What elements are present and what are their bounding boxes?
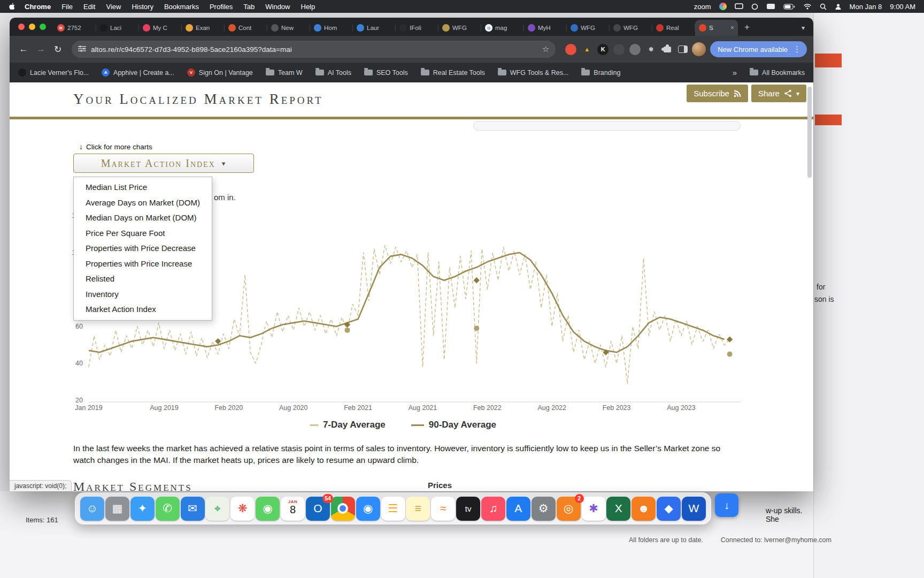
dock-zoom-icon[interactable]: ◉ <box>356 497 380 521</box>
side-panel-icon[interactable] <box>678 45 688 53</box>
dock-teams-blue-icon[interactable]: ◆ <box>657 497 681 521</box>
dropdown-option[interactable]: Relisted <box>74 271 212 287</box>
site-settings-icon[interactable] <box>78 44 86 54</box>
menu-file[interactable]: File <box>56 3 78 11</box>
ext-dark-icon[interactable] <box>613 44 625 55</box>
dock-launchpad-icon[interactable]: ▦ <box>105 497 129 521</box>
browser-tab[interactable]: Hom <box>310 20 353 36</box>
browser-tab[interactable]: Laur <box>353 20 396 36</box>
dropdown-option[interactable]: Properties with Price Decrease <box>74 241 212 256</box>
menu-history[interactable]: History <box>126 3 158 11</box>
close-window-button[interactable] <box>18 24 25 30</box>
browser-tab[interactable]: Cont <box>225 20 267 36</box>
dock-pinwheel-icon[interactable]: ✱ <box>582 497 606 521</box>
bookmark-item[interactable]: AI Tools <box>315 69 351 77</box>
dropdown-option[interactable]: Average Days on Market (DOM) <box>74 195 212 211</box>
menu-bookmarks[interactable]: Bookmarks <box>159 3 204 11</box>
drive-triangle-icon[interactable]: ▲ <box>581 44 592 55</box>
bookmark-item[interactable]: Real Estate Tools <box>421 69 485 77</box>
address-bar[interactable]: altos.re/r/c94c6572-d7d3-4952-b898-5ace2… <box>72 41 556 58</box>
menu-help[interactable]: Help <box>296 3 321 11</box>
browser-tab[interactable]: New <box>267 20 310 36</box>
ext-gray-icon[interactable] <box>629 44 641 55</box>
menu-view[interactable]: View <box>101 3 126 11</box>
bookmark-item[interactable]: Branding <box>581 69 620 77</box>
browser-menu-dots-icon[interactable]: ⋮ <box>793 44 802 54</box>
dock-safari-icon[interactable]: ✦ <box>130 497 155 521</box>
bookmarks-overflow-chevron[interactable]: » <box>733 68 737 77</box>
zoom-window-button[interactable] <box>40 24 46 30</box>
bookmark-item[interactable]: AApphive | Create a... <box>102 69 174 77</box>
dock-outlook-icon[interactable]: O54 <box>306 497 330 521</box>
dock-garageband-icon[interactable]: ≈ <box>431 497 455 521</box>
menu-bar-date[interactable]: Mon Jan 8 <box>850 3 882 11</box>
dropdown-option[interactable]: Market Action Index <box>74 302 212 317</box>
tab-search-icon[interactable]: ▾ <box>802 24 805 32</box>
ext-k-icon[interactable]: K <box>597 44 609 55</box>
menu-chrome[interactable]: Chrome <box>19 3 56 11</box>
dock-system-settings-icon[interactable]: ⚙ <box>532 497 556 521</box>
subscribe-button[interactable]: Subscribe <box>687 85 748 102</box>
browser-tab[interactable]: MyH <box>524 20 567 36</box>
dock-messages-icon[interactable]: ✆ <box>156 497 180 521</box>
dock-word-icon[interactable]: W <box>682 497 706 521</box>
spotlight-icon[interactable] <box>820 3 827 10</box>
browser-tab[interactable]: WFG <box>567 20 610 36</box>
wifi-status-icon[interactable] <box>803 3 812 10</box>
browser-tab[interactable]: Real <box>652 20 695 36</box>
bookmark-item[interactable]: SEO Tools <box>364 69 408 77</box>
dock-reminders-icon[interactable]: ☰ <box>381 497 405 521</box>
browser-tab[interactable]: S× <box>695 20 738 36</box>
browser-tab[interactable]: Exan <box>182 20 225 36</box>
dock-maps-icon[interactable]: ⌖ <box>205 497 229 521</box>
update-chrome-button[interactable]: New Chrome available ⋮ <box>710 41 807 57</box>
display-status-icon[interactable] <box>735 3 743 10</box>
reload-button[interactable]: ↻ <box>50 42 65 57</box>
battery-status-icon[interactable] <box>783 4 795 10</box>
share-button[interactable]: Share ▾ <box>751 85 806 102</box>
dock-music-icon[interactable]: ♫ <box>481 497 505 521</box>
dropdown-option[interactable]: Median Days on Market (DOM) <box>74 210 212 226</box>
menu-bar-time[interactable]: 9:00 AM <box>890 3 915 11</box>
back-button[interactable]: ← <box>16 42 31 57</box>
dock-excel-icon[interactable]: X <box>606 497 630 521</box>
all-bookmarks-button[interactable]: All Bookmarks <box>750 69 805 77</box>
browser-tab[interactable]: IFoli <box>396 20 438 36</box>
dock-mail-icon[interactable]: ✉ <box>181 497 205 521</box>
dock-chrome-icon[interactable] <box>331 497 355 521</box>
chart-select-button[interactable]: Market Action Index ▾ <box>73 154 254 173</box>
dock-apple-tv-icon[interactable]: tv <box>456 497 480 521</box>
browser-tab[interactable]: Laci <box>96 20 139 36</box>
bookmark-star-icon[interactable]: ☆ <box>542 44 549 54</box>
download-float-icon[interactable]: ↓ <box>715 493 738 517</box>
browser-tab[interactable]: R2752 <box>53 20 96 36</box>
bookmark-item[interactable]: Team W <box>266 69 303 77</box>
dock-photos-icon[interactable]: ❋ <box>230 497 255 521</box>
bookmark-item[interactable]: Lacie Verner's Flo... <box>18 69 89 77</box>
dock-notes-icon[interactable]: ≡ <box>406 497 430 521</box>
bookmark-item[interactable]: WFG Tools & Res... <box>498 69 569 77</box>
dropdown-option[interactable]: Inventory <box>74 287 212 302</box>
apple-menu-icon[interactable] <box>9 3 16 10</box>
new-tab-button[interactable]: + <box>740 20 754 34</box>
minimize-window-button[interactable] <box>29 24 35 30</box>
forward-button[interactable]: → <box>33 42 48 57</box>
tab-close-icon[interactable]: × <box>730 24 734 32</box>
menu-window[interactable]: Window <box>260 3 295 11</box>
bookmark-item[interactable]: VSign On | Vantage <box>187 69 253 77</box>
menu-edit[interactable]: Edit <box>78 3 101 11</box>
panel-scroll-track[interactable] <box>473 121 741 131</box>
logi-status-icon[interactable] <box>719 3 727 10</box>
ext-red-icon[interactable] <box>565 44 576 55</box>
user-switch-icon[interactable] <box>835 3 842 10</box>
profile-avatar[interactable] <box>692 42 706 56</box>
record-status-icon[interactable] <box>751 3 758 10</box>
browser-tab[interactable]: Gmag <box>481 20 524 36</box>
dock-orange-utility-icon[interactable]: ◎2 <box>557 497 581 521</box>
dropdown-option[interactable]: Properties with Price Increase <box>74 256 212 272</box>
dock-app-store-icon[interactable]: A <box>506 497 530 521</box>
browser-tab[interactable]: WFG <box>438 20 481 36</box>
menu-tab[interactable]: Tab <box>238 3 260 11</box>
browser-tab[interactable]: WFG <box>610 20 652 36</box>
dock-finder-icon[interactable]: ☺ <box>80 497 104 521</box>
